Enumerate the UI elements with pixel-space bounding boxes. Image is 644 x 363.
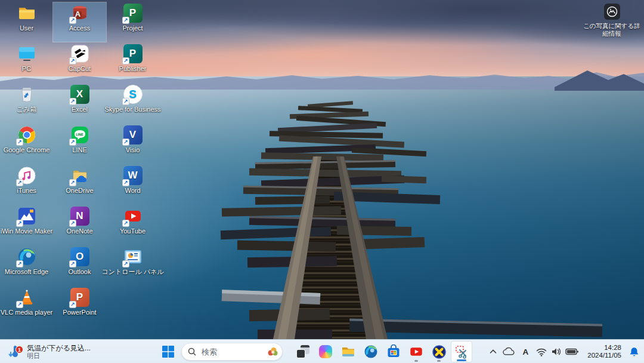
windows-logo-icon <box>162 345 175 358</box>
widgets-weather-button[interactable]: 1 気温が下がる見込... 明日 <box>4 340 94 363</box>
movie-maker-icon: ↗ <box>17 207 36 226</box>
desktop-icon-google-chrome[interactable]: ↗ Google Chrome <box>0 124 53 164</box>
desktop-icon-powerpoint[interactable]: P ↗ PowerPoint <box>53 287 106 326</box>
monitor-icon <box>17 44 36 63</box>
desktop-icon-youtube[interactable]: ↗ YouTube <box>106 205 159 245</box>
shortcut-arrow-icon: ↗ <box>122 179 129 186</box>
bell-icon <box>628 346 640 358</box>
x-app-button[interactable] <box>428 341 450 362</box>
shortcut-arrow-icon: ↗ <box>122 139 129 146</box>
desktop-icon-capcut[interactable]: ↗ CapCut <box>53 43 106 82</box>
desktop-icon-control-panel[interactable]: ↗ コントロール パネル <box>106 246 159 285</box>
desktop-icon-label: Skype for Business <box>104 106 160 113</box>
shortcut-arrow-icon: ↗ <box>122 17 129 24</box>
control-panel-icon: ↗ <box>123 247 143 266</box>
search-daily-image-icon <box>267 346 278 358</box>
snipping-tool-icon <box>454 344 469 359</box>
desktop-icon-label: Excel <box>72 106 88 113</box>
desktop-icon-publisher[interactable]: P ↗ Publisher <box>106 43 159 82</box>
thermometer-icon: 1 <box>7 344 23 359</box>
desktop-icon-label: ごみ箱 <box>17 106 37 113</box>
chevron-up-icon <box>488 346 499 357</box>
desktop-icon-label: Project <box>122 24 143 32</box>
tray-network-volume-battery-button[interactable] <box>534 342 581 362</box>
tray-show-hidden-icons-button[interactable] <box>486 342 500 362</box>
desktop-icon-label: Google Chrome <box>4 146 50 153</box>
desktop-icon-label: Publisher <box>119 65 147 72</box>
shortcut-arrow-icon: ↗ <box>16 301 23 308</box>
taskbar-search-box[interactable] <box>181 343 283 361</box>
tray-clock[interactable]: 14:28 2024/11/05 <box>586 342 623 362</box>
desktop-icon-label: Access <box>69 24 90 32</box>
desktop-icon-vlc[interactable]: ↗ VLC media player <box>0 287 53 326</box>
desktop-icon-microsoft-edge[interactable]: ↗ Microsoft Edge <box>0 246 53 285</box>
youtube-icon: ↗ <box>123 207 143 226</box>
visio-icon: V ↗ <box>123 125 143 144</box>
spotlight-learn-more-button[interactable] <box>604 4 620 20</box>
copilot-button[interactable] <box>315 341 336 362</box>
desktop-icon-label: YouTube <box>120 227 145 235</box>
desktop-icon-onenote[interactable]: N ↗ OneNote <box>53 205 106 245</box>
onedrive-folder-icon: ↗ <box>70 166 89 185</box>
shortcut-arrow-icon: ↗ <box>16 260 23 267</box>
vlc-cone-icon: ↗ <box>17 288 36 307</box>
powerpoint-icon: P ↗ <box>70 288 89 307</box>
task-view-button[interactable] <box>292 341 314 362</box>
desktop-icon-skype-for-business[interactable]: S ↗ Skype for Business <box>106 84 159 123</box>
taskbar: 1 気温が下がる見込... 明日 <box>0 339 644 363</box>
skype-icon: S ↗ <box>123 85 143 104</box>
copilot-icon <box>319 345 332 358</box>
access-database-icon: A ↗ <box>70 4 89 23</box>
desktop-icon-user[interactable]: User <box>0 2 53 42</box>
task-view-icon <box>296 344 310 359</box>
microsoft-store-button[interactable] <box>383 341 404 362</box>
snipping-tool-button[interactable] <box>451 341 472 362</box>
shortcut-arrow-icon: ↗ <box>69 301 76 308</box>
desktop-icon-excel[interactable]: X ↗ Excel <box>53 84 106 123</box>
desktop-icon-access[interactable]: A ↗ Access <box>53 2 106 42</box>
excel-icon: X ↗ <box>70 85 89 104</box>
search-input[interactable] <box>200 347 267 357</box>
running-indicator <box>437 360 441 362</box>
youtube-icon <box>409 344 423 359</box>
desktop-icon-label: PC <box>22 65 31 72</box>
battery-icon <box>565 346 579 357</box>
edge-icon <box>364 344 378 359</box>
edge-button[interactable] <box>360 341 382 362</box>
desktop-icon-label: コントロール パネル <box>101 268 163 275</box>
youtube-button[interactable] <box>405 341 427 362</box>
shortcut-arrow-icon: ↗ <box>69 179 76 186</box>
chrome-icon: ↗ <box>17 125 36 144</box>
system-tray: A 14:28 2024/11/05 <box>486 340 644 363</box>
volume-icon <box>550 346 562 357</box>
widget-badge: 1 <box>16 346 23 353</box>
search-icon <box>188 347 196 356</box>
desktop-icon-outlook[interactable]: O ↗ Outlook <box>53 246 106 285</box>
desktop-icon-recycle-bin[interactable]: ごみ箱 <box>0 84 53 123</box>
file-explorer-icon <box>341 344 355 359</box>
desktop-icon-itunes[interactable]: ↗ iTunes <box>0 165 53 204</box>
desktop-icon-label: iWin Movie Maker <box>1 227 52 235</box>
desktop-icon-onedrive[interactable]: ↗ OneDrive <box>53 165 106 204</box>
recycle-bin-icon <box>17 85 36 104</box>
desktop-icon-iwin-movie-maker[interactable]: ↗ iWin Movie Maker <box>0 205 53 245</box>
tray-date: 2024/11/05 <box>587 352 621 359</box>
file-explorer-button[interactable] <box>338 341 359 362</box>
tray-onedrive-button[interactable] <box>500 342 517 362</box>
notification-bell-button[interactable] <box>627 342 642 362</box>
tray-time: 14:28 <box>587 344 621 352</box>
desktop-icon-line[interactable]: LINE ↗ LINE <box>53 124 106 164</box>
desktop-icon-pc[interactable]: PC <box>0 43 53 82</box>
word-icon: W ↗ <box>123 166 143 185</box>
shortcut-arrow-icon: ↗ <box>16 139 23 146</box>
active-indicator <box>457 359 466 361</box>
project-icon: P ↗ <box>123 4 143 23</box>
widget-headline: 気温が下がる見込... <box>27 344 91 352</box>
start-button[interactable] <box>157 341 179 362</box>
spotlight-label: この写真に関する詳細情報 <box>583 22 640 38</box>
microsoft-store-icon <box>386 344 401 359</box>
desktop-icon-word[interactable]: W ↗ Word <box>106 165 159 204</box>
desktop-icon-project[interactable]: P ↗ Project <box>106 2 159 42</box>
desktop-icon-visio[interactable]: V ↗ Visio <box>106 124 159 164</box>
tray-ime-mode-button[interactable]: A <box>517 342 534 362</box>
